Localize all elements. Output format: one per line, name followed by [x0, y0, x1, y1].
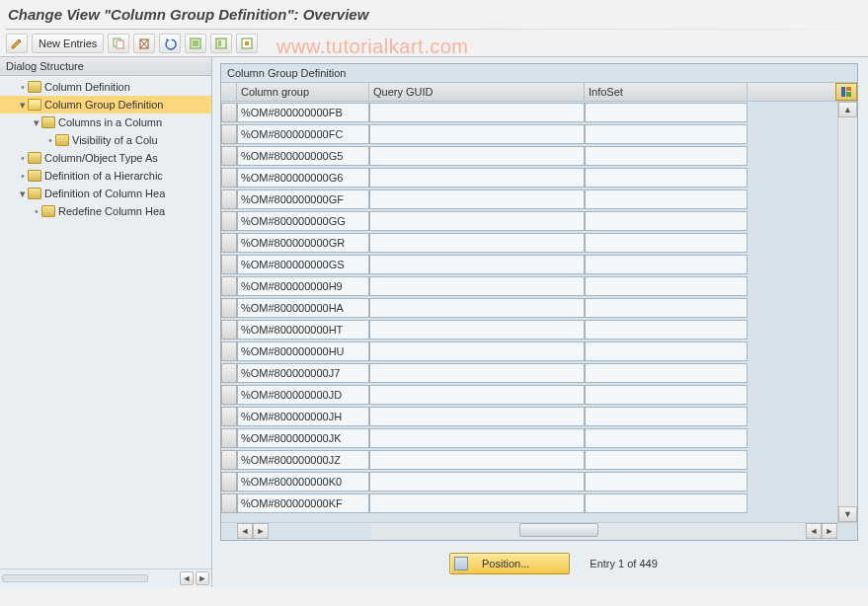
table-header-infoset[interactable]: InfoSet [585, 83, 748, 101]
cell-guid-input[interactable] [369, 385, 585, 405]
cell-colgroup-input[interactable] [237, 385, 369, 405]
row-selector-button[interactable] [221, 341, 237, 361]
cell-colgroup-input[interactable] [237, 103, 369, 122]
hscroll-left-button-a[interactable]: ◄ [237, 523, 253, 539]
tree-expand-icon[interactable]: • [45, 134, 55, 146]
cell-colgroup-input[interactable] [237, 428, 369, 448]
row-selector-button[interactable] [221, 146, 237, 166]
select-block-button[interactable] [210, 34, 232, 53]
cell-infoset-input[interactable] [585, 298, 748, 318]
tree-item[interactable]: •Column/Object Type As [0, 149, 211, 167]
vscroll-track[interactable] [838, 117, 857, 506]
cell-infoset-input[interactable] [585, 493, 748, 513]
cell-guid-input[interactable] [369, 189, 585, 209]
cell-guid-input[interactable] [369, 124, 585, 144]
cell-infoset-input[interactable] [585, 124, 748, 144]
tree-item[interactable]: •Definition of a Hierarchic [0, 167, 211, 185]
tree-expand-icon[interactable]: • [18, 152, 28, 164]
hscroll-left-button-b[interactable]: ◄ [806, 523, 822, 539]
tree-collapse-icon[interactable]: ▾ [32, 116, 41, 129]
row-selector-button[interactable] [221, 385, 237, 405]
row-selector-button[interactable] [221, 124, 237, 144]
tree-item[interactable]: ▾Definition of Column Hea [0, 185, 211, 202]
tree-item[interactable]: •Column Definition [0, 78, 211, 96]
cell-colgroup-input[interactable] [237, 407, 369, 426]
row-selector-button[interactable] [221, 211, 237, 231]
cell-guid-input[interactable] [369, 103, 585, 122]
tree-item[interactable]: •Visibility of a Colu [0, 131, 211, 149]
tree-item[interactable]: ▾Column Group Definition [0, 96, 211, 114]
cell-infoset-input[interactable] [585, 320, 748, 340]
cell-infoset-input[interactable] [585, 233, 748, 253]
cell-colgroup-input[interactable] [237, 472, 369, 492]
table-header-query-guid[interactable]: Query GUID [369, 83, 585, 101]
cell-infoset-input[interactable] [585, 189, 748, 209]
vscroll-down-button[interactable]: ▼ [838, 506, 857, 522]
row-selector-button[interactable] [221, 233, 237, 253]
cell-guid-input[interactable] [369, 341, 585, 361]
row-selector-button[interactable] [221, 428, 237, 448]
vscroll-up-button[interactable]: ▲ [838, 102, 857, 117]
row-selector-button[interactable] [221, 450, 237, 470]
row-selector-button[interactable] [221, 168, 237, 188]
row-selector-button[interactable] [221, 255, 237, 274]
delete-button[interactable] [133, 34, 155, 53]
cell-guid-input[interactable] [369, 363, 585, 383]
cell-colgroup-input[interactable] [237, 363, 369, 383]
hscroll-right-button-a[interactable]: ► [253, 523, 269, 539]
toggle-display-change-button[interactable] [6, 34, 28, 53]
cell-infoset-input[interactable] [585, 103, 748, 122]
cell-colgroup-input[interactable] [237, 298, 369, 318]
table-configure-icon[interactable] [835, 83, 857, 101]
cell-infoset-input[interactable] [585, 255, 748, 274]
hscroll-right-button-b[interactable]: ► [822, 523, 837, 539]
cell-colgroup-input[interactable] [237, 124, 369, 144]
tree-nav-left[interactable]: ◄ [180, 571, 194, 585]
cell-colgroup-input[interactable] [237, 211, 369, 231]
undo-change-button[interactable] [159, 34, 181, 53]
cell-infoset-input[interactable] [585, 276, 748, 296]
row-selector-button[interactable] [221, 493, 237, 513]
cell-guid-input[interactable] [369, 211, 585, 231]
tree-item[interactable]: •Redefine Column Hea [0, 202, 211, 220]
cell-guid-input[interactable] [369, 276, 585, 296]
tree-nav-right[interactable]: ► [196, 571, 209, 585]
cell-colgroup-input[interactable] [237, 255, 369, 274]
tree-expand-icon[interactable]: • [18, 81, 28, 93]
cell-colgroup-input[interactable] [237, 320, 369, 340]
deselect-all-button[interactable] [236, 34, 258, 53]
cell-colgroup-input[interactable] [237, 233, 369, 253]
row-selector-button[interactable] [221, 472, 237, 492]
cell-guid-input[interactable] [369, 493, 585, 513]
row-selector-button[interactable] [221, 103, 237, 122]
tree-hscroll[interactable] [2, 574, 148, 582]
cell-guid-input[interactable] [369, 450, 585, 470]
hscroll-thumb[interactable] [519, 523, 598, 537]
cell-guid-input[interactable] [369, 146, 585, 166]
cell-infoset-input[interactable] [585, 407, 748, 426]
row-selector-button[interactable] [221, 407, 237, 426]
row-selector-button[interactable] [221, 320, 237, 340]
row-selector-button[interactable] [221, 276, 237, 296]
cell-colgroup-input[interactable] [237, 276, 369, 296]
cell-infoset-input[interactable] [585, 168, 748, 188]
row-selector-button[interactable] [221, 189, 237, 209]
cell-guid-input[interactable] [369, 168, 585, 188]
dialog-structure-tree[interactable]: •Column Definition▾Column Group Definiti… [0, 76, 211, 568]
cell-guid-input[interactable] [369, 428, 585, 448]
tree-collapse-icon[interactable]: ▾ [18, 188, 28, 200]
cell-infoset-input[interactable] [585, 472, 748, 492]
cell-infoset-input[interactable] [585, 450, 748, 470]
tree-collapse-icon[interactable]: ▾ [18, 99, 28, 112]
select-all-button[interactable] [185, 34, 206, 53]
cell-infoset-input[interactable] [585, 146, 748, 166]
table-vscroll[interactable]: ▲ ▼ [837, 102, 857, 522]
cell-infoset-input[interactable] [585, 428, 748, 448]
table-header-column-group[interactable]: Column group [237, 83, 369, 101]
cell-colgroup-input[interactable] [237, 450, 369, 470]
tree-expand-icon[interactable]: • [32, 205, 41, 217]
cell-colgroup-input[interactable] [237, 168, 369, 188]
cell-colgroup-input[interactable] [237, 493, 369, 513]
cell-guid-input[interactable] [369, 320, 585, 340]
hscroll-track[interactable] [371, 523, 804, 539]
